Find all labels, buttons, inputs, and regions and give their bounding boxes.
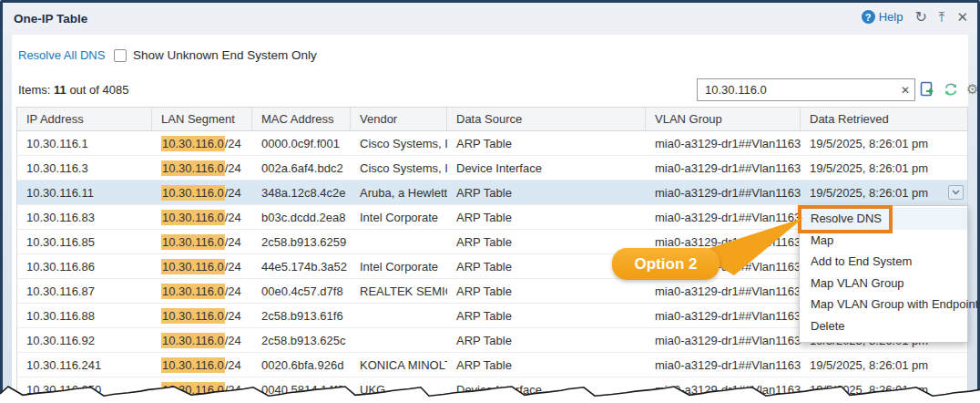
vendor-cell: Cisco Systems, Inc bbox=[351, 156, 447, 180]
column-header-vlan-group[interactable]: VLAN Group bbox=[646, 108, 801, 130]
lan-segment-highlight: 10.30.116.0 bbox=[161, 308, 225, 324]
vlan-group-cell: mia0-a3129-dr1##Vlan1163 bbox=[646, 304, 801, 327]
vlan-group-cell: mia0-a3129-dr1##Vlan1163 bbox=[646, 279, 801, 303]
data-source-cell: ARP Table bbox=[447, 205, 646, 229]
lan-segment-highlight: 10.30.116.0 bbox=[161, 259, 225, 274]
lan-segment-cell: 10.30.116.0/24 bbox=[152, 377, 252, 401]
data-source-cell: ARP Table bbox=[447, 279, 646, 303]
column-header-data-retrieved[interactable]: Data Retrieved bbox=[801, 108, 967, 130]
data-source-cell: ARP Table bbox=[447, 304, 646, 327]
search-box: ✕ bbox=[697, 78, 915, 101]
gear-icon[interactable]: ⚙ bbox=[966, 82, 978, 97]
row-actions-dropdown-button[interactable] bbox=[948, 185, 964, 200]
table-row[interactable]: 10.30.116.110.30.116.0/240000.0c9f.f001C… bbox=[17, 131, 967, 156]
vlan-group-cell: mia0-a3129-dr1##Vlan1163 bbox=[646, 377, 801, 401]
data-source-cell: ARP Table bbox=[447, 181, 646, 204]
column-header-lan-segment[interactable]: LAN Segment bbox=[152, 108, 252, 130]
resolve-all-dns-link[interactable]: Resolve All DNS bbox=[18, 48, 105, 62]
menu-item-map-vlan-group[interactable]: Map VLAN Group bbox=[800, 273, 967, 294]
data-source-cell: Device Interface bbox=[447, 156, 646, 180]
table-row[interactable]: 10.30.116.1110.30.116.0/24348a.12c8.4c2e… bbox=[17, 181, 967, 205]
lan-segment-highlight: 10.30.116.0 bbox=[161, 185, 225, 201]
title-bar: One-IP Table ? Help ↻ ⤒ ✕ bbox=[3, 3, 977, 34]
lan-segment-cell: 10.30.116.0/24 bbox=[152, 131, 252, 155]
export-icon[interactable] bbox=[920, 81, 935, 98]
mac-cell: 00e0.4c57.d7f8 bbox=[252, 279, 351, 303]
vendor-cell: UKG bbox=[351, 377, 447, 401]
help-button[interactable]: ? Help bbox=[862, 10, 903, 24]
menu-item-map-vlan-group-with-endpoints[interactable]: Map VLAN Group with Endpoints bbox=[800, 294, 967, 315]
option2-label: Option 2 bbox=[635, 255, 698, 274]
data-retrieved-cell: 19/5/2025, 8:26:01 pm bbox=[801, 131, 967, 155]
menu-item-add-to-end-system[interactable]: Add to End System bbox=[800, 251, 967, 273]
lan-segment-highlight: 10.30.116.0 bbox=[161, 333, 225, 348]
vlan-group-cell: mia0-a3129-dr1##Vlan1163 bbox=[646, 131, 801, 155]
vlan-group-cell: mia0-a3129-dr1##Vlan1163 bbox=[646, 328, 801, 352]
mac-cell: 0040.5814.14f0 bbox=[252, 377, 351, 401]
row-context-menu: Resolve DNSMapAdd to End SystemMap VLAN … bbox=[799, 205, 968, 343]
lan-segment-cell: 10.30.116.0/24 bbox=[152, 279, 252, 303]
search-clear-icon[interactable]: ✕ bbox=[896, 84, 914, 97]
vendor-cell bbox=[351, 328, 447, 352]
window-title: One-IP Table bbox=[14, 12, 87, 26]
chevron-down-icon bbox=[952, 190, 960, 195]
search-input[interactable] bbox=[698, 83, 896, 97]
table-row[interactable]: 10.30.116.24110.30.116.0/240020.6bfa.926… bbox=[17, 353, 967, 377]
lan-segment-cell: 10.30.116.0/24 bbox=[152, 254, 252, 278]
mac-cell: 348a.12c8.4c2e bbox=[252, 181, 351, 204]
items-count: 11 bbox=[54, 83, 66, 97]
vendor-cell: Aruba, a Hewlett ... bbox=[351, 181, 447, 204]
lan-segment-highlight: 10.30.116.0 bbox=[161, 357, 225, 373]
vendor-cell: Intel Corporate bbox=[351, 205, 447, 229]
column-header-ip-address[interactable]: IP Address bbox=[17, 108, 152, 130]
lan-segment-cell: 10.30.116.0/24 bbox=[152, 304, 252, 327]
show-unknown-checkbox[interactable] bbox=[114, 49, 127, 62]
reload-icon[interactable]: ↻ bbox=[914, 11, 926, 24]
lan-segment-highlight: 10.30.116.0 bbox=[161, 284, 225, 299]
menu-item-delete[interactable]: Delete bbox=[800, 315, 967, 337]
column-header-mac-address[interactable]: MAC Address bbox=[252, 108, 351, 130]
ip-cell: 10.30.116.3 bbox=[17, 156, 152, 180]
help-label: Help bbox=[879, 10, 903, 24]
vlan-group-cell: mia0-a3129-dr1##Vlan1163 bbox=[646, 353, 801, 377]
data-retrieved-cell: 19/5/2025, 8:26:01 pm bbox=[801, 181, 967, 204]
column-header-data-source[interactable]: Data Source bbox=[447, 108, 646, 130]
data-source-cell: ARP Table bbox=[447, 353, 646, 377]
titlebar-actions: ? Help ↻ ⤒ ✕ bbox=[862, 10, 968, 24]
vendor-cell bbox=[351, 230, 447, 253]
ip-cell: 10.30.116.1 bbox=[17, 131, 152, 155]
data-retrieved-cell: 19/5/2025, 8:26:01 pm bbox=[801, 377, 967, 401]
table-row[interactable]: 10.30.116.25010.30.116.0/240040.5814.14f… bbox=[17, 377, 967, 402]
table-row[interactable]: 10.30.116.310.30.116.0/24002a.6af4.bdc2C… bbox=[17, 156, 967, 181]
refresh-icon[interactable] bbox=[943, 81, 959, 98]
data-source-cell: ARP Table bbox=[447, 230, 646, 253]
ip-cell: 10.30.116.87 bbox=[17, 279, 152, 303]
lan-segment-cell: 10.30.116.0/24 bbox=[152, 205, 252, 229]
one-ip-table-window: One-IP Table ? Help ↻ ⤒ ✕ Resolve All DN… bbox=[0, 0, 980, 403]
mac-cell: 002a.6af4.bdc2 bbox=[252, 156, 351, 180]
help-icon: ? bbox=[862, 10, 875, 24]
vlan-group-cell: mia0-a3129-dr1##Vlan1163 bbox=[646, 205, 801, 229]
mac-cell: 2c58.b913.61f6 bbox=[252, 304, 351, 327]
vendor-cell: Intel Corporate bbox=[351, 254, 447, 278]
mac-cell: 2c58.b913.6259 bbox=[252, 230, 351, 253]
pin-icon[interactable]: ⤒ bbox=[939, 11, 945, 24]
items-suffix: out of 4085 bbox=[66, 83, 129, 97]
menu-item-map[interactable]: Map bbox=[800, 230, 967, 252]
lan-segment-cell: 10.30.116.0/24 bbox=[152, 230, 252, 253]
lan-segment-highlight: 10.30.116.0 bbox=[161, 210, 225, 225]
mac-cell: 2c58.b913.625c bbox=[252, 328, 351, 352]
show-unknown-checkbox-row[interactable]: Show Unknown End System Only bbox=[114, 48, 317, 62]
ip-cell: 10.30.116.86 bbox=[17, 254, 152, 278]
close-icon[interactable]: ✕ bbox=[956, 11, 968, 24]
column-header-vendor[interactable]: Vendor bbox=[351, 108, 447, 130]
ip-cell: 10.30.116.11 bbox=[17, 181, 152, 204]
data-retrieved-cell: 19/5/2025, 8:26:01 pm bbox=[801, 156, 967, 180]
menu-item-resolve-dns[interactable]: Resolve DNS bbox=[800, 208, 967, 230]
vlan-group-cell: mia0-a3129-dr1##Vlan1163 bbox=[646, 156, 801, 180]
data-source-cell: ARP Table bbox=[447, 131, 646, 155]
ip-cell: 10.30.116.88 bbox=[17, 304, 152, 327]
show-unknown-checkbox-label: Show Unknown End System Only bbox=[133, 48, 317, 62]
lan-segment-cell: 10.30.116.0/24 bbox=[152, 353, 252, 377]
data-retrieved-cell: 19/5/2025, 8:26:01 pm bbox=[801, 353, 967, 377]
